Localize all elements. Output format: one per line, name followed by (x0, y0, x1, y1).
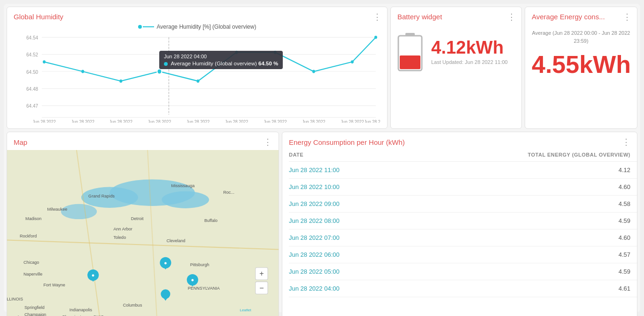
svg-text:Jun 28 2022: Jun 28 2022 (364, 119, 380, 123)
svg-text:64.50: 64.50 (26, 69, 38, 75)
svg-text:64.47: 64.47 (26, 103, 38, 109)
energy-table-menu-icon[interactable]: ⋮ (622, 138, 630, 146)
svg-text:64.48: 64.48 (26, 86, 38, 92)
svg-point-13 (81, 70, 84, 73)
humidity-widget: Global Humidity ⋮ Average Humidity [%] (… (7, 7, 388, 129)
svg-text:Jun 28 2022: Jun 28 2022 (264, 119, 287, 123)
svg-text:●: ● (164, 260, 167, 266)
svg-text:Jun 28 2022: Jun 28 2022 (186, 119, 210, 123)
chart-area: 64.54 64.52 64.50 64.48 64.47 (14, 32, 380, 123)
row-value: 4.58 (399, 196, 637, 213)
humidity-chart-svg: 64.54 64.52 64.50 64.48 64.47 (14, 32, 380, 123)
row-date: Jun 28 2022 06:00 (289, 246, 399, 263)
row-value: 4.57 (399, 246, 637, 263)
svg-text:Naperville: Naperville (23, 272, 42, 276)
svg-text:Detroit: Detroit (131, 216, 144, 221)
battery-value: 4.12kWh (431, 39, 508, 56)
avg-energy-title: Average Energy cons... (532, 13, 630, 21)
table-row: Jun 28 2022 07:00 4.60 (289, 229, 637, 246)
svg-text:Ann Arbor: Ann Arbor (114, 227, 132, 231)
svg-point-21 (374, 36, 377, 39)
avg-value: 4.55kWh (532, 52, 630, 77)
svg-text:Mississauga: Mississauga (171, 183, 195, 188)
row-date: Jun 28 2022 09:00 (289, 196, 399, 213)
svg-text:PENNSYLVANIA: PENNSYLVANIA (188, 286, 220, 291)
battery-content: 4.12kWh Last Updated: Jun 28 2022 11:00 (397, 33, 508, 71)
energy-table: DATE TOTAL ENERGY (GLOBAL OVERVIEW) Jun … (289, 148, 637, 297)
chart-legend: Average Humidity [%] (Global overview) (14, 24, 380, 30)
svg-text:Jun 28 2022: Jun 28 2022 (109, 119, 133, 123)
svg-text:Fort Wayne: Fort Wayne (43, 283, 65, 287)
battery-info: 4.12kWh Last Updated: Jun 28 2022 11:00 (431, 39, 508, 65)
svg-text:Pittsburgh: Pittsburgh (190, 262, 209, 267)
table-row: Jun 28 2022 05:00 4.59 (289, 263, 637, 280)
row-value: 4.60 (399, 229, 637, 246)
row-value: 4.12 (399, 162, 637, 179)
svg-text:ILLINOIS: ILLINOIS (7, 297, 23, 301)
row-date: Jun 28 2022 07:00 (289, 229, 399, 246)
svg-text:Buffalo: Buffalo (204, 218, 217, 223)
map-widget: Map ⋮ Madison Mil (7, 132, 279, 316)
svg-text:Toledo: Toledo (114, 235, 126, 240)
battery-menu-icon[interactable]: ⋮ (507, 13, 516, 21)
svg-point-17 (235, 51, 238, 54)
top-row: Global Humidity ⋮ Average Humidity [%] (… (7, 7, 637, 129)
svg-text:Grand Rapids: Grand Rapids (88, 194, 115, 198)
col-date-header: DATE (289, 148, 399, 162)
svg-text:Madison: Madison (25, 216, 41, 221)
table-row: Jun 28 2022 10:00 4.60 (289, 179, 637, 196)
legend-dot-icon (138, 25, 142, 29)
svg-text:Indianapolis: Indianapolis (70, 308, 93, 312)
svg-rect-45 (7, 150, 279, 316)
humidity-title: Global Humidity (14, 13, 380, 21)
avg-energy-menu-icon[interactable]: ⋮ (623, 13, 631, 21)
map-area[interactable]: Madison Milwaukee Grand Rapids Mississau… (7, 150, 279, 316)
energy-table-title: Energy Consumption per Hour (kWh) (289, 138, 411, 146)
svg-text:●: ● (92, 272, 95, 278)
svg-text:Roc...: Roc... (223, 190, 234, 195)
svg-text:Leaflet: Leaflet (240, 308, 252, 312)
svg-point-48 (162, 191, 209, 208)
svg-text:●: ● (191, 277, 194, 283)
svg-text:+: + (259, 269, 264, 277)
svg-text:Columbus: Columbus (123, 303, 142, 308)
svg-text:Springfield: Springfield (24, 305, 45, 310)
svg-text:64.54: 64.54 (26, 34, 38, 40)
battery-svg-icon (397, 33, 423, 72)
svg-text:64.52: 64.52 (26, 52, 38, 58)
col-energy-header: TOTAL ENERGY (GLOBAL OVERVIEW) (399, 148, 637, 162)
table-row: Jun 28 2022 06:00 4.57 (289, 246, 637, 263)
svg-point-15 (157, 69, 162, 74)
row-date: Jun 28 2022 05:00 (289, 263, 399, 280)
map-menu-icon[interactable]: ⋮ (264, 138, 272, 146)
svg-text:Jun 28 2022: Jun 28 2022 (148, 119, 171, 123)
bottom-row: Map ⋮ Madison Mil (7, 132, 637, 316)
table-row: Jun 28 2022 04:00 4.61 (289, 280, 637, 297)
svg-text:Jun 28 2022: Jun 28 2022 (341, 119, 364, 123)
svg-text:Cleveland: Cleveland (166, 238, 185, 243)
svg-text:Milwaukee: Milwaukee (47, 207, 67, 212)
battery-title: Battery widget (397, 13, 442, 21)
humidity-menu-icon[interactable]: ⋮ (373, 13, 381, 21)
svg-text:Jun 28 2022: Jun 28 2022 (71, 119, 94, 123)
energy-table-widget: Energy Consumption per Hour (kWh) ⋮ DATE… (282, 132, 637, 316)
row-value: 4.61 (399, 280, 637, 297)
svg-point-16 (196, 79, 199, 83)
svg-point-12 (43, 60, 46, 63)
svg-text:−: − (259, 284, 264, 292)
row-date: Jun 28 2022 10:00 (289, 179, 399, 196)
svg-text:Jun 28 2022: Jun 28 2022 (302, 119, 326, 123)
svg-point-19 (312, 70, 315, 73)
energy-table-container[interactable]: DATE TOTAL ENERGY (GLOBAL OVERVIEW) Jun … (289, 148, 637, 316)
table-row: Jun 28 2022 09:00 4.58 (289, 196, 637, 213)
row-value: 4.59 (399, 263, 637, 280)
map-title: Map (14, 138, 27, 146)
avg-energy-widget: Average Energy cons... ⋮ Average (Jun 28… (525, 7, 637, 129)
row-value: 4.59 (399, 213, 637, 229)
svg-text:Rockford: Rockford (20, 234, 37, 238)
battery-icon (397, 33, 423, 71)
svg-point-18 (274, 51, 277, 54)
avg-period: Average (Jun 28 2022 00:00 - Jun 28 2022… (532, 29, 630, 45)
row-date: Jun 28 2022 11:00 (289, 162, 399, 179)
svg-point-14 (119, 79, 122, 83)
